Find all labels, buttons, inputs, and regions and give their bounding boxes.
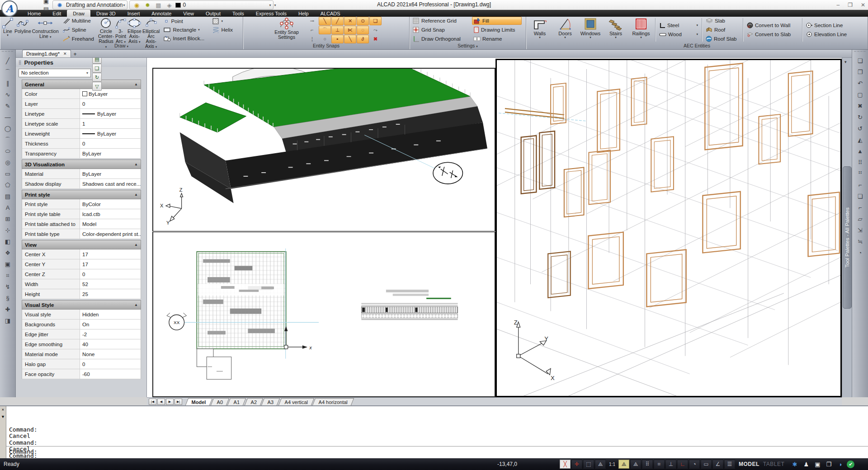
bolt-tool-icon[interactable]: ↯ bbox=[2, 281, 13, 292]
ok-check-icon[interactable]: ✔ bbox=[845, 461, 854, 468]
close-tab-icon[interactable]: ✕ bbox=[63, 52, 67, 56]
divider-icon[interactable]: — bbox=[2, 112, 13, 123]
spline-tool-icon[interactable]: ∿ bbox=[2, 89, 13, 100]
ribbon-tab[interactable]: Edit bbox=[47, 10, 67, 17]
layers-status-icon[interactable]: ❐ bbox=[823, 460, 833, 469]
settings-panel-label[interactable]: Settings ▾ bbox=[410, 43, 526, 49]
entity-snaps-panel-label[interactable]: Entity Snaps bbox=[243, 43, 409, 49]
hatch-tool-icon[interactable]: ▤ bbox=[2, 191, 13, 202]
property-row[interactable]: Print table typeColor-dependent print st… bbox=[22, 229, 141, 239]
settings-gear-icon[interactable]: ✱ bbox=[789, 460, 799, 469]
trim-tool-icon[interactable]: ⌐ bbox=[855, 179, 866, 191]
tracking-toggle-icon[interactable]: ◔ bbox=[689, 460, 700, 469]
property-row[interactable]: Width52 bbox=[22, 279, 141, 289]
ribbon-tab[interactable]: ALCADS bbox=[315, 10, 346, 17]
close-button[interactable]: ✕ bbox=[861, 2, 865, 8]
extend-tool-icon[interactable]: ❏ bbox=[855, 191, 866, 202]
slab-button[interactable]: Slab bbox=[704, 17, 741, 25]
snap-endpoint-icon[interactable]: ⊸ bbox=[306, 17, 318, 25]
ribbon-tab[interactable]: Home bbox=[22, 10, 47, 17]
command-history[interactable]: Command:CancelCommand:CancelCommand:Canc… bbox=[9, 407, 38, 466]
snap-quadrant-icon[interactable]: ◌ bbox=[357, 26, 369, 34]
property-row[interactable]: Print style tablelcad.ctb bbox=[22, 209, 141, 219]
snap-apparent-icon[interactable]: ⋉ bbox=[344, 26, 356, 34]
elliptical-arc-button[interactable]: Elliptical Arc Axis-Axis ▾ bbox=[142, 17, 160, 42]
pickadd-toggle-icon[interactable]: ▤ bbox=[92, 58, 102, 64]
grid-dots-toggle-icon[interactable]: ⠿ bbox=[642, 460, 653, 469]
property-row[interactable]: Edge smoothing40 bbox=[22, 339, 141, 349]
donut-tool-icon[interactable]: ◎ bbox=[2, 157, 13, 168]
property-row[interactable]: Face opacity-60 bbox=[22, 369, 141, 379]
snap-line-icon[interactable]: ╲ bbox=[319, 17, 331, 25]
snap-midpoint-icon[interactable]: ⌒ bbox=[319, 26, 331, 34]
copy-tool-icon[interactable]: ❏ bbox=[855, 55, 866, 66]
annotation-visibility-icon[interactable]: ⟁ bbox=[618, 460, 629, 469]
snap-toggle-icon[interactable]: ╳ bbox=[560, 460, 571, 469]
layout-nav-button[interactable]: ▶ bbox=[166, 399, 174, 405]
railings-button[interactable]: Railings▾ bbox=[629, 17, 653, 42]
entity-snap-settings-button[interactable]: Entity Snap Settings bbox=[271, 17, 302, 42]
snap-point-icon[interactable]: ▪ bbox=[331, 35, 344, 43]
grid-lines-toggle-icon[interactable]: ⌗ bbox=[654, 460, 665, 469]
property-row[interactable]: Halo gap0 bbox=[22, 359, 141, 369]
roof-button[interactable]: Roof bbox=[704, 26, 741, 34]
snap-from-icon[interactable]: ⌐ bbox=[306, 26, 318, 34]
solid-tool-icon[interactable]: ◨ bbox=[2, 315, 13, 326]
minimize-button[interactable]: – bbox=[836, 2, 840, 8]
arc3p-tool-icon[interactable]: ⌒ bbox=[2, 134, 13, 146]
break-tool-icon[interactable]: ⌐ bbox=[855, 202, 866, 213]
stairs-button[interactable]: Stairs▾ bbox=[604, 17, 627, 42]
rename-button[interactable]: Rename bbox=[472, 35, 523, 43]
text-tool-icon[interactable]: A bbox=[2, 202, 13, 213]
roof-slab-button[interactable]: Roof Slab bbox=[704, 35, 741, 43]
viewport-3d-shaded[interactable]: Z X Y bbox=[152, 68, 495, 231]
section-header-general[interactable]: General▲ bbox=[22, 80, 141, 89]
doors-button[interactable]: Doors▾ bbox=[553, 17, 577, 42]
plus-tool-icon[interactable]: ✚ bbox=[2, 304, 13, 315]
property-row[interactable]: MaterialByLayer bbox=[22, 169, 141, 179]
ribbon-tab[interactable]: Insert bbox=[122, 10, 146, 17]
paste-tool-icon[interactable]: ❐ bbox=[855, 66, 866, 78]
point-tool-icon[interactable]: ⊹ bbox=[2, 225, 13, 236]
arc-tool-icon[interactable]: ⌒ bbox=[2, 66, 13, 78]
ellipse-button[interactable]: Ellipse Axis-Axis ▾ bbox=[127, 17, 142, 42]
hatch-button[interactable]: ▾ bbox=[211, 17, 245, 25]
section-header-view[interactable]: View▲ bbox=[22, 240, 141, 249]
tablet-button[interactable]: TABLET bbox=[763, 461, 784, 467]
steel-button[interactable]: Steel ▾ bbox=[658, 21, 699, 29]
scale-ratio-label[interactable]: 1:1 bbox=[607, 460, 618, 469]
grid-snap-toggle-icon[interactable]: ✛ bbox=[571, 460, 582, 469]
annotation-autoscale-icon[interactable]: ⟁ bbox=[630, 460, 641, 469]
circle-tool-icon[interactable]: ◯ bbox=[2, 123, 13, 134]
snap-clear-icon[interactable]: ✖ bbox=[369, 35, 382, 43]
ribbon-tab[interactable]: Draw bbox=[67, 10, 90, 17]
property-row[interactable]: TransparencyByLayer bbox=[22, 149, 141, 159]
layout-nav-button[interactable]: ▶| bbox=[175, 399, 182, 405]
property-row[interactable]: LineweightByLayer bbox=[22, 129, 141, 139]
rectangle-tool-icon[interactable]: ▭ bbox=[2, 168, 13, 179]
freehand-tool-icon[interactable]: ✎ bbox=[2, 100, 13, 112]
polygon-tool-icon[interactable]: ⬠ bbox=[2, 179, 13, 191]
ribbon-tab[interactable]: Output bbox=[200, 10, 226, 17]
property-row[interactable]: Visual styleHidden bbox=[22, 310, 141, 320]
property-row[interactable]: Height25 bbox=[22, 289, 141, 299]
snap-midline-icon[interactable]: ╱ bbox=[331, 17, 344, 25]
image-tool-icon[interactable]: ▣ bbox=[2, 258, 13, 270]
draw-orthogonal-button[interactable]: Draw Orthogonal bbox=[411, 35, 469, 43]
model-space-button[interactable]: MODEL bbox=[739, 461, 760, 467]
property-row[interactable]: Shadow displayShadows cast and rece... bbox=[22, 179, 141, 189]
section-header-visual-style[interactable]: Visual Style▲ bbox=[22, 300, 141, 310]
aec-panel-label[interactable]: AEC Entities bbox=[526, 43, 868, 49]
scroll-down-icon[interactable]: ▾ bbox=[844, 60, 847, 64]
viewport-plan[interactable]: XX x bbox=[152, 232, 495, 397]
layout-tab[interactable]: A3 bbox=[261, 398, 280, 405]
snap-perpendicular-icon[interactable]: ⊥ bbox=[331, 26, 344, 34]
rect-select-icon[interactable]: ▢ bbox=[855, 89, 866, 100]
close-command-icon[interactable]: ✕ bbox=[2, 407, 4, 412]
layout-tab[interactable]: A4 horizontal bbox=[312, 398, 354, 405]
rotate-cw-icon[interactable]: ↻ bbox=[855, 112, 866, 123]
wood-button[interactable]: Wood ▾ bbox=[658, 30, 699, 38]
chamfer-tool-icon[interactable]: ▱ bbox=[855, 213, 866, 225]
snap-circle-icon[interactable]: ○ bbox=[319, 35, 331, 43]
property-row[interactable]: Layer0 bbox=[22, 99, 141, 109]
